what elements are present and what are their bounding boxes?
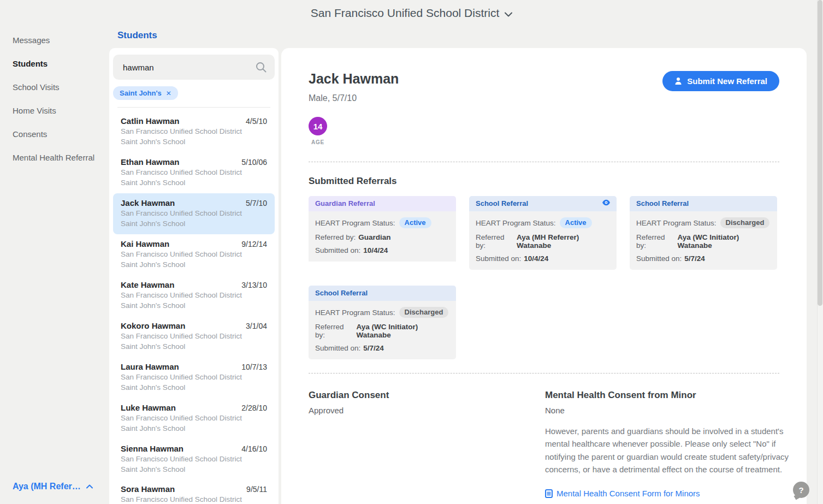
student-school: Saint John's School bbox=[121, 424, 267, 433]
student-school: Saint John's School bbox=[121, 383, 267, 392]
student-name: Kokoro Hawman bbox=[121, 321, 185, 330]
student-dob: 3/13/10 bbox=[241, 281, 267, 289]
student-name: Laura Hawman bbox=[121, 362, 179, 371]
submitted-on-label: Submitted on: bbox=[476, 254, 521, 263]
student-list-item[interactable]: Kai Hawman 9/12/14 San Francisco Unified… bbox=[113, 234, 275, 275]
page-title: Jack Hawman bbox=[309, 71, 399, 87]
referral-type: School Referral bbox=[476, 199, 528, 207]
filter-chip[interactable]: Saint John's ✕ bbox=[113, 86, 178, 100]
student-list-item[interactable]: Laura Hawman 10/7/13 San Francisco Unifi… bbox=[113, 357, 275, 398]
submit-new-referral-button[interactable]: Submit New Referral bbox=[662, 71, 779, 91]
consent-form-link-label: Mental Health Consent Form for Minors bbox=[556, 489, 700, 498]
student-district: San Francisco Unified School District bbox=[121, 291, 267, 300]
student-detail-card: Jack Hawman Male, 5/7/10 Submit New Refe… bbox=[281, 48, 807, 504]
guardian-consent-value: Approved bbox=[309, 406, 545, 415]
sidebar-nav: Messages Students School Visits Home Vis… bbox=[0, 28, 109, 169]
student-list-item[interactable]: Catlin Hawman 4/5/10 San Francisco Unifi… bbox=[113, 111, 275, 152]
heart-status-label: HEART Program Status: bbox=[315, 309, 395, 317]
minor-consent-title: Mental Health Consent from Minor bbox=[545, 390, 791, 401]
referral-card: Guardian Referral HEART Program Status: … bbox=[309, 196, 456, 270]
heart-status-label: HEART Program Status: bbox=[476, 219, 556, 227]
sidebar-item[interactable]: School Visits bbox=[0, 75, 109, 99]
submitted-on-label: Submitted on: bbox=[636, 254, 682, 263]
student-district: San Francisco Unified School District bbox=[121, 250, 267, 259]
student-list-item[interactable]: Sienna Hawman 4/16/10 San Francisco Unif… bbox=[113, 439, 275, 480]
document-icon bbox=[545, 489, 553, 498]
search-input[interactable] bbox=[113, 55, 275, 80]
referral-type: School Referral bbox=[636, 199, 689, 207]
student-school: Saint John's School bbox=[121, 301, 267, 310]
filter-chip-row: Saint John's ✕ bbox=[113, 86, 275, 100]
district-name: San Francisco Unified School District bbox=[311, 7, 499, 20]
student-district: San Francisco Unified School District bbox=[121, 455, 267, 464]
student-dob: 10/7/13 bbox=[241, 363, 267, 371]
submitted-on-label: Submitted on: bbox=[315, 344, 360, 352]
student-dob: 5/7/10 bbox=[246, 199, 267, 207]
user-menu[interactable]: Aya (MH Refer… bbox=[13, 482, 93, 491]
student-list-item[interactable]: Ethan Hawman 5/10/06 San Francisco Unifi… bbox=[113, 152, 275, 193]
search-icon[interactable] bbox=[255, 61, 267, 73]
chip-close-icon[interactable]: ✕ bbox=[166, 90, 171, 97]
district-switcher[interactable]: San Francisco Unified School District bbox=[0, 7, 823, 20]
student-district: San Francisco Unified School District bbox=[121, 414, 267, 423]
student-name: Jack Hawman bbox=[121, 198, 175, 207]
person-icon bbox=[674, 77, 682, 85]
student-name: Ethan Hawman bbox=[121, 157, 180, 167]
age-badge: 14 bbox=[309, 117, 327, 135]
minor-consent-note: However, parents and guardians should be… bbox=[545, 425, 790, 476]
student-school: Saint John's School bbox=[121, 220, 267, 228]
student-list-item[interactable]: Kokoro Hawman 3/1/04 San Francisco Unifi… bbox=[113, 316, 275, 357]
student-district: San Francisco Unified School District bbox=[121, 373, 267, 382]
sidebar: Messages Students School Visits Home Vis… bbox=[0, 28, 109, 169]
sidebar-item[interactable]: Consents bbox=[0, 122, 109, 146]
student-list-item[interactable]: Sora Hawman 9/5/11 San Francisco Unified… bbox=[113, 479, 275, 504]
submit-button-label: Submit New Referral bbox=[687, 76, 767, 86]
student-list-item[interactable]: Luke Hawman 2/28/10 San Francisco Unifie… bbox=[113, 398, 275, 439]
sidebar-item[interactable]: Mental Health Referral bbox=[0, 146, 109, 169]
student-list-item[interactable]: Jack Hawman 5/7/10 San Francisco Unified… bbox=[113, 193, 275, 234]
sidebar-item[interactable]: Messages bbox=[0, 28, 109, 52]
student-school: Saint John's School bbox=[121, 260, 267, 269]
student-list: Catlin Hawman 4/5/10 San Francisco Unifi… bbox=[113, 108, 275, 504]
help-button[interactable]: ? bbox=[793, 482, 809, 498]
user-menu-label: Aya (MH Refer… bbox=[13, 482, 81, 491]
scrollbar-track[interactable] bbox=[817, 0, 823, 504]
referral-card: School Referral HEART Program Status: Di… bbox=[630, 196, 777, 270]
student-district: San Francisco Unified School District bbox=[121, 168, 267, 177]
age-block: 14 AGE bbox=[309, 117, 327, 145]
student-school: Saint John's School bbox=[121, 342, 267, 351]
student-dob: 9/5/11 bbox=[246, 485, 267, 494]
chevron-down-icon bbox=[505, 12, 512, 17]
submitted-on-value: 5/7/24 bbox=[363, 344, 384, 352]
student-list-item[interactable]: Kate Hawman 3/13/10 San Francisco Unifie… bbox=[113, 275, 275, 316]
submitted-on-label: Submitted on: bbox=[315, 246, 360, 254]
submitted-on-value: 10/4/24 bbox=[363, 246, 388, 254]
students-panel: Saint John's ✕ Catlin Hawman 4/5/10 San … bbox=[109, 48, 279, 504]
submitted-on-value: 10/4/24 bbox=[524, 254, 548, 263]
filter-chip-label: Saint John's bbox=[120, 89, 162, 97]
consent-form-link[interactable]: Mental Health Consent Form for Minors bbox=[545, 489, 700, 498]
referral-card: School Referral HEART Program Status: Di… bbox=[309, 286, 456, 359]
divider bbox=[309, 162, 779, 162]
student-name: Kate Hawman bbox=[121, 280, 174, 289]
scrollbar-thumb[interactable] bbox=[818, 0, 822, 306]
student-dob: 5/10/06 bbox=[241, 158, 267, 167]
student-name: Catlin Hawman bbox=[121, 116, 180, 126]
student-district: San Francisco Unified School District bbox=[121, 495, 267, 504]
help-button-label: ? bbox=[798, 485, 803, 495]
student-dob: 2/28/10 bbox=[241, 404, 267, 412]
students-panel-title: Students bbox=[117, 30, 157, 41]
sidebar-item[interactable]: Students bbox=[0, 52, 109, 75]
student-district: San Francisco Unified School District bbox=[121, 209, 267, 218]
eye-icon[interactable] bbox=[602, 199, 611, 206]
guardian-consent-section: Guardian Consent Approved bbox=[309, 390, 545, 500]
student-dob: 4/5/10 bbox=[246, 117, 267, 126]
referred-by-value: Aya (MH Referrer) Watanabe bbox=[517, 233, 610, 250]
referral-type: School Referral bbox=[315, 289, 368, 297]
sidebar-item[interactable]: Home Visits bbox=[0, 99, 109, 122]
student-dob: 4/16/10 bbox=[241, 444, 267, 453]
status-badge: Active bbox=[399, 217, 431, 228]
student-school: Saint John's School bbox=[121, 465, 267, 474]
heart-status-label: HEART Program Status: bbox=[315, 219, 395, 227]
student-name: Kai Hawman bbox=[121, 239, 169, 248]
